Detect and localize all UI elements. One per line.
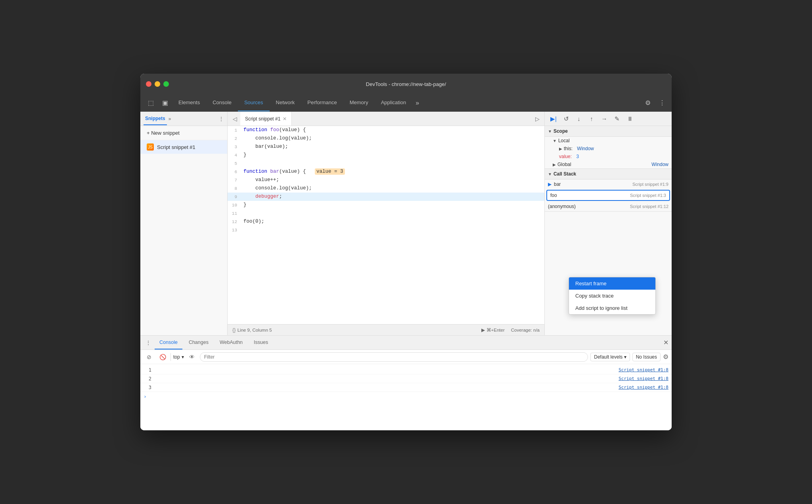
console-dots-button[interactable]: ⋮ [144, 338, 153, 347]
console-content: 1 Script snippet #1:8 2 Script snippet #… [140, 364, 672, 430]
top-context-selector[interactable]: top ▾ [173, 354, 184, 360]
local-label: Local [558, 138, 570, 143]
frame-fn-anon: (anonymous) [548, 204, 630, 209]
more-tabs-button[interactable]: » [412, 94, 422, 111]
new-snippet-button[interactable]: + New snippet [140, 126, 227, 140]
editor-tab-snippet[interactable]: Script snippet #1 ✕ [240, 112, 292, 126]
this-item: ▶ this: Window [545, 145, 672, 153]
window-title: DevTools - chrome://new-tab-page/ [366, 81, 446, 87]
code-editor[interactable]: 1 function foo(value) { 2 console.log(va… [228, 126, 544, 324]
code-line-6: 6 function bar(value) { value = 3 [228, 168, 544, 176]
editor-back-button[interactable]: ◁ [229, 113, 240, 124]
deactivate-button[interactable]: ✎ [611, 113, 622, 124]
resume-button[interactable]: ▶| [548, 113, 559, 124]
tab-console[interactable]: Console [206, 94, 238, 111]
sources-panel: Snippets » ⋮ + New snippet JS Script sni… [140, 112, 672, 335]
run-icon[interactable]: ▶ [481, 327, 485, 333]
scope-header[interactable]: ▼ Scope [545, 126, 672, 137]
ctx-add-ignore-list[interactable]: Add script to ignore list [569, 302, 655, 314]
maximize-button[interactable] [163, 81, 169, 87]
eye-icon[interactable]: 👁 [186, 351, 197, 363]
frame-loc-foo: Script snippet #1:3 [630, 193, 666, 198]
console-prompt[interactable]: › [140, 392, 672, 401]
code-line-13: 13 [228, 226, 544, 234]
tab-network[interactable]: Network [270, 94, 301, 111]
console-clear-button[interactable]: ⊘ [144, 351, 155, 363]
close-button[interactable] [146, 81, 151, 87]
console-line-1: 1 Script snippet #1:8 [140, 366, 672, 374]
code-line-4: 4 } [228, 151, 544, 159]
console-num-3: 3 [144, 385, 155, 390]
code-line-2: 2 console.log(value); [228, 134, 544, 143]
console-tab-webauthn[interactable]: WebAuthn [215, 336, 247, 349]
scope-triangle: ▼ [548, 129, 552, 134]
console-tab-changes[interactable]: Changes [184, 336, 213, 349]
console-filter-input[interactable] [200, 352, 588, 362]
default-levels-button[interactable]: Default levels ▾ [590, 353, 630, 361]
status-bar: {} Line 9, Column 5 ▶ ⌘+Enter Coverage: … [228, 324, 544, 335]
console-tab-console[interactable]: Console [155, 336, 182, 349]
top-label: top [173, 354, 180, 360]
code-line-7: 7 value++; [228, 176, 544, 184]
code-line-9: 9 debugger; [228, 193, 544, 201]
sidebar-more-button[interactable]: » [169, 116, 171, 122]
console-close-button[interactable]: ✕ [663, 339, 668, 346]
snippet-icon: JS [147, 143, 154, 151]
cursor-icon[interactable]: ⬚ [144, 94, 158, 111]
console-toolbar: ⊘ 🚫 top ▾ 👁 Default levels ▾ No Issues ⚙ [140, 350, 672, 364]
tab-memory[interactable]: Memory [343, 94, 375, 111]
snippet-label: Script snippet #1 [157, 144, 195, 150]
format-icon[interactable]: {} [232, 327, 236, 333]
title-bar: DevTools - chrome://new-tab-page/ [140, 74, 672, 94]
settings-icon[interactable]: ⚙ [642, 97, 654, 109]
console-block-button[interactable]: 🚫 [157, 351, 168, 363]
step-into-button[interactable]: ↓ [573, 113, 584, 124]
call-stack-header[interactable]: ▼ Call Stack [545, 169, 672, 179]
step-out-button[interactable]: ↑ [586, 113, 597, 124]
run-shortcut: ⌘+Enter [486, 327, 505, 333]
scope-label: Scope [553, 128, 568, 134]
tab-sources[interactable]: Sources [238, 94, 270, 111]
console-line-3: 3 Script snippet #1:8 [140, 383, 672, 392]
sidebar-tabs: Snippets » ⋮ [140, 112, 227, 126]
console-line-2: 2 Script snippet #1:8 [140, 374, 672, 383]
run-snippet-button[interactable]: ▷ [532, 113, 543, 124]
console-link-3[interactable]: Script snippet #1:8 [619, 385, 668, 390]
ctx-restart-frame[interactable]: Restart frame [569, 277, 655, 290]
more-options-icon[interactable]: ⋮ [656, 97, 668, 109]
device-icon[interactable]: ▣ [158, 94, 172, 111]
code-line-5: 5 [228, 159, 544, 168]
console-tab-issues[interactable]: Issues [249, 336, 273, 349]
console-tabs: ⋮ Console Changes WebAuthn Issues ✕ [140, 336, 672, 350]
editor-tab-label: Script snippet #1 [245, 116, 280, 122]
tab-application[interactable]: Application [375, 94, 413, 111]
ctx-copy-stack-trace[interactable]: Copy stack trace [569, 290, 655, 302]
global-value: Window [651, 162, 668, 167]
frame-fn-foo: foo [550, 193, 630, 198]
snippet-item[interactable]: JS Script snippet #1 [140, 140, 227, 154]
tab-elements[interactable]: Elements [172, 94, 206, 111]
editor-tab-close[interactable]: ✕ [283, 116, 287, 122]
right-panel-content: ▼ Scope ▼ Local ▶ this: Window [545, 126, 672, 335]
code-line-11: 11 [228, 209, 544, 218]
callstack-triangle: ▼ [548, 172, 552, 176]
right-panel: ▶| ↺ ↓ ↑ → ✎ ⏸ ▼ Scope [545, 112, 672, 335]
console-link-1[interactable]: Script snippet #1:8 [619, 367, 668, 372]
call-stack-label: Call Stack [553, 171, 576, 177]
callstack-anonymous[interactable]: (anonymous) Script snippet #1:12 [545, 202, 672, 211]
value-val: 3 [576, 154, 579, 159]
scope-section: ▼ Scope ▼ Local ▶ this: Window [545, 126, 672, 169]
tab-performance[interactable]: Performance [301, 94, 343, 111]
console-settings-button[interactable]: ⚙ [663, 353, 668, 361]
console-link-2[interactable]: Script snippet #1:8 [619, 376, 668, 381]
global-header-item: ▶ Global Window [545, 160, 672, 168]
step-button[interactable]: → [599, 113, 610, 124]
snippets-tab[interactable]: Snippets [144, 113, 167, 125]
callstack-foo[interactable]: foo Script snippet #1:3 [546, 190, 670, 201]
pause-exceptions-button[interactable]: ⏸ [624, 113, 635, 124]
sidebar-menu-button[interactable]: ⋮ [218, 116, 224, 122]
local-header-item: ▼ Local [545, 137, 672, 145]
minimize-button[interactable] [155, 81, 160, 87]
callstack-bar[interactable]: ▶ bar Script snippet #1:9 [545, 179, 672, 189]
step-over-button[interactable]: ↺ [561, 113, 572, 124]
